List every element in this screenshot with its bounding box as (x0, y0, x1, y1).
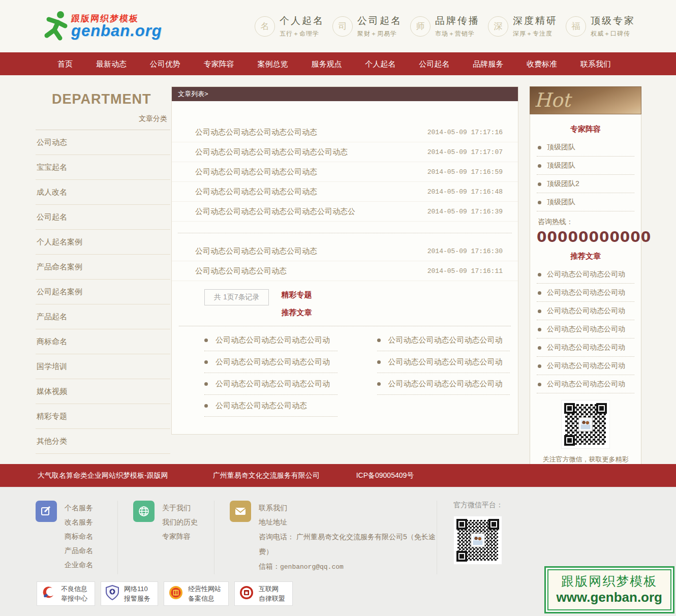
recommended-article-label[interactable]: 公司动态公司动态公司动 (547, 288, 625, 297)
footer-link[interactable]: 个名服务 (65, 501, 93, 515)
nav-item-personal-naming[interactable]: 个人起名 (361, 52, 400, 75)
badge-network-110[interactable]: 网络110报警服务 (101, 581, 158, 606)
article-row[interactable]: 公司动态公司动态公司动态公司动态 2014-05-09 17:16:48 (172, 182, 518, 202)
sidebar-item-guoxue-training[interactable]: 国学培训 (36, 354, 170, 379)
list-item-label[interactable]: 公司动态公司动态公司动态公司动 (216, 379, 330, 389)
article-row[interactable]: 公司动态公司动态公司动态公司动态 2014-05-09 17:17:16 (172, 122, 518, 142)
recommended-article-label[interactable]: 公司动态公司动态公司动 (547, 343, 625, 352)
sidebar-item-baby-naming[interactable]: 宝宝起名 (36, 155, 170, 180)
nav-item-advantage[interactable]: 公司优势 (146, 52, 185, 75)
nav-item-news[interactable]: 最新动态 (92, 52, 131, 75)
list-item[interactable]: 公司动态公司动态公司动态公司动 (204, 373, 337, 395)
recommended-article-label[interactable]: 公司动态公司动态公司动 (547, 270, 625, 279)
article-title[interactable]: 公司动态公司动态公司动态公司动态 (195, 187, 317, 197)
expert-team-link[interactable]: 顶级团队 (537, 138, 634, 157)
article-row[interactable]: 公司动态公司动态公司动态公司动态公司动态 2014-05-09 17:17:07 (172, 142, 518, 162)
email-value[interactable]: genbanorg@qq.com (280, 563, 344, 571)
expert-team-heading[interactable]: 专家阵容 (537, 118, 634, 138)
recommended-article-label[interactable]: 公司动态公司动态公司动 (547, 306, 625, 316)
list-item-label[interactable]: 公司动态公司动态公司动态公司动 (216, 357, 330, 367)
footer-link[interactable]: 商标命名 (65, 529, 93, 543)
list-item[interactable]: 公司动态公司动态公司动态公司动 (377, 351, 510, 373)
subhead-special-topics[interactable]: 精彩专题 (281, 290, 312, 300)
subhead-recommended[interactable]: 推荐文章 (281, 308, 312, 318)
list-item[interactable]: 公司动态公司动态公司动态公司动 (204, 351, 337, 373)
footer-contact-title[interactable]: 联系我们 (259, 501, 437, 515)
expert-team-link[interactable]: 顶级团队 (537, 193, 634, 211)
list-item-label[interactable]: 公司动态公司动态公司动态 (216, 401, 307, 411)
article-row[interactable]: 公司动态公司动态公司动态公司动态 2014-05-09 17:16:59 (172, 162, 518, 182)
nav-item-views[interactable]: 服务观点 (307, 52, 346, 75)
article-title[interactable]: 公司动态公司动态公司动态公司动态 (195, 247, 317, 256)
recommended-article-label[interactable]: 公司动态公司动态公司动 (547, 325, 625, 334)
nav-item-home[interactable]: 首页 (53, 52, 77, 75)
expert-team-link[interactable]: 顶级团队2 (537, 175, 634, 193)
recommended-article-link[interactable]: 公司动态公司动态公司动 (537, 302, 634, 320)
expert-team-label[interactable]: 顶级团队 (547, 198, 575, 207)
footer-link[interactable]: 关于我们 (162, 501, 198, 515)
qr-finder-icon (488, 519, 499, 530)
bullet-icon (538, 310, 541, 313)
list-item[interactable]: 公司动态公司动态公司动态公司动 (377, 329, 510, 351)
article-title[interactable]: 公司动态公司动态公司动态公司动态 (195, 128, 317, 137)
recommended-article-link[interactable]: 公司动态公司动态公司动 (537, 357, 634, 375)
list-item-label[interactable]: 公司动态公司动态公司动态公司动 (216, 335, 330, 345)
sidebar-item-special-topics[interactable]: 精彩专题 (36, 404, 170, 429)
nav-item-pricing[interactable]: 收费标准 (523, 52, 561, 75)
footer-link[interactable]: 产品命名 (65, 543, 93, 558)
footer-link[interactable]: 我们的历史 (162, 515, 198, 529)
nav-item-contact[interactable]: 联系我们 (576, 52, 615, 75)
sidebar-item-trademark-naming[interactable]: 商标命名 (36, 329, 170, 354)
expert-team-link[interactable]: 顶级团队 (537, 157, 634, 175)
article-row[interactable]: 公司动态公司动态公司动态公司动态公司动态公 2014-05-09 17:16:3… (172, 202, 518, 222)
sidebar-item-personal-cases[interactable]: 个人起名案例 (36, 230, 170, 255)
sidebar-subtitle[interactable]: 文章分类 (36, 107, 170, 130)
expert-team-label[interactable]: 顶级团队2 (547, 179, 579, 189)
list-item-label[interactable]: 公司动态公司动态公司动态公司动 (388, 335, 503, 345)
nav-item-cases[interactable]: 案例总览 (254, 52, 292, 75)
footer-link[interactable]: 专家阵容 (162, 529, 198, 543)
recommended-article-link[interactable]: 公司动态公司动态公司动 (537, 265, 634, 284)
article-row[interactable]: 公司动态公司动态公司动态公司动态 2014-05-09 17:16:30 (172, 241, 518, 261)
recommended-article-label[interactable]: 公司动态公司动态公司动 (547, 380, 625, 389)
expert-team-label[interactable]: 顶级团队 (547, 143, 575, 152)
sidebar-item-product-naming[interactable]: 产品起名 (36, 304, 170, 329)
sidebar-item-other[interactable]: 其他分类 (36, 429, 170, 454)
list-item-label[interactable]: 公司动态公司动态公司动态公司动 (388, 357, 503, 367)
genban-brand-box[interactable]: 跟版网织梦模板 www.genban.org (544, 566, 674, 613)
nav-item-company-naming[interactable]: 公司起名 (415, 52, 453, 75)
list-item-label[interactable]: 公司动态公司动态公司动态公司动 (388, 379, 503, 389)
footer-link[interactable]: 企业命名 (65, 558, 93, 572)
recommended-article-link[interactable]: 公司动态公司动态公司动 (537, 338, 634, 357)
recommended-article-link[interactable]: 公司动态公司动态公司动 (537, 284, 634, 302)
article-title[interactable]: 公司动态公司动态公司动态公司动态公司动态 (195, 147, 348, 157)
sidebar-item-adult-rename[interactable]: 成人改名 (36, 180, 170, 205)
list-item[interactable]: 公司动态公司动态公司动态公司动 (204, 329, 337, 351)
badge-report-center[interactable]: 不良信息举报中心 (37, 581, 95, 606)
list-item[interactable]: 公司动态公司动态公司动态公司动 (377, 373, 510, 395)
pagination-info[interactable]: 共 1页7条记录 (204, 289, 269, 305)
expert-team-label[interactable]: 顶级团队 (547, 161, 575, 170)
sidebar-item-media-video[interactable]: 媒体视频 (36, 379, 170, 404)
badge-internet-alliance[interactable]: 互联网自律联盟 (234, 581, 293, 606)
sidebar-item-product-cases[interactable]: 产品命名案例 (36, 255, 170, 280)
recommended-article-label[interactable]: 公司动态公司动态公司动 (547, 361, 625, 371)
article-title[interactable]: 公司动态公司动态公司动态 (195, 266, 287, 276)
sidebar-item-company-cases[interactable]: 公司起名案例 (36, 280, 170, 304)
article-row[interactable]: 公司动态公司动态公司动态 2014-05-09 17:16:11 (172, 261, 518, 281)
article-title[interactable]: 公司动态公司动态公司动态公司动态 (195, 167, 317, 177)
sidebar-item-company-news[interactable]: 公司动态 (36, 130, 170, 155)
seal-character-icon: 福 (566, 16, 586, 37)
sidebar-item-company-naming[interactable]: 公司起名 (36, 205, 170, 230)
recommended-articles-heading[interactable]: 推荐文章 (537, 245, 634, 265)
icp-number[interactable]: ICP备09005409号 (356, 471, 414, 480)
list-item[interactable]: 公司动态公司动态公司动态 (204, 395, 337, 417)
nav-item-experts[interactable]: 专家阵容 (200, 52, 238, 75)
article-title[interactable]: 公司动态公司动态公司动态公司动态公司动态公 (195, 207, 355, 217)
nav-item-brand-service[interactable]: 品牌服务 (469, 52, 507, 75)
site-logo[interactable]: 跟版网织梦模板 genban.org (41, 9, 162, 44)
footer-link[interactable]: 改名服务 (65, 515, 93, 529)
badge-icp-record[interactable]: 经营性网站备案信息 (164, 581, 229, 606)
recommended-article-link[interactable]: 公司动态公司动态公司动 (537, 375, 634, 393)
recommended-article-link[interactable]: 公司动态公司动态公司动 (537, 320, 634, 338)
